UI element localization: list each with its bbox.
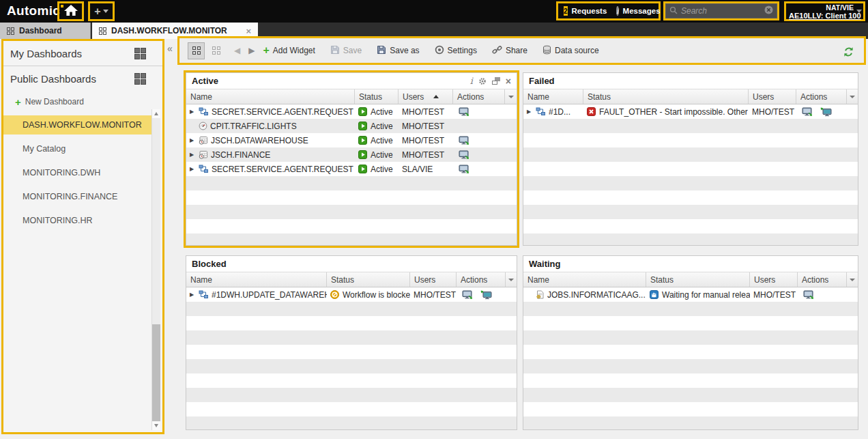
column-options-button[interactable] [505, 89, 517, 104]
sidebar-scrollbar[interactable] [151, 109, 160, 430]
my-dashboards-section[interactable]: My Dashboards [3, 41, 162, 66]
refresh-icon[interactable] [843, 46, 854, 60]
column-header-users[interactable]: Users [750, 272, 798, 287]
scrollbar-thumb[interactable] [152, 324, 160, 427]
table-row[interactable]: ▶JSCH.DATAWAREHOUSEActiveMHO/TEST [186, 133, 517, 147]
clear-search-icon[interactable] [764, 5, 773, 17]
table-row[interactable]: CPIT.TRAFFIC.LIGHTSActiveMHO/TEST [186, 119, 517, 133]
chevron-down-icon [850, 279, 855, 281]
close-tab-icon[interactable]: × [246, 26, 251, 36]
table-row[interactable]: ▶#1D...FAULT_OTHER - Start impossible. O… [523, 104, 858, 119]
new-dashboard-button[interactable]: + New Dashboard [3, 91, 162, 112]
status-active-icon [358, 107, 367, 116]
schedule-icon [199, 150, 208, 159]
search-input[interactable]: Search [665, 3, 777, 18]
chevron-down-icon [508, 279, 514, 281]
column-options-button[interactable] [847, 89, 858, 104]
sidebar-item-my-catalog[interactable]: My Catalog [3, 139, 156, 158]
open-activities-icon[interactable] [480, 290, 492, 300]
plus-icon: + [15, 97, 21, 107]
column-header-actions[interactable]: Actions [453, 89, 505, 104]
column-header-status[interactable]: Status [646, 272, 750, 287]
sidebar-item-dash-workflow-monitor[interactable]: DASH.WORKFLOW.MONITOR [3, 115, 156, 134]
column-header-name[interactable]: Name [523, 272, 646, 287]
widget-title: Active [192, 76, 470, 86]
status-text: Workflow is blocked [343, 290, 410, 300]
column-header-status[interactable]: Status [327, 272, 410, 287]
save-button[interactable]: Save [330, 45, 362, 57]
open-monitor-icon[interactable] [459, 107, 470, 117]
client-menu[interactable]: NAT/VIE AE10LLV: Client 100 [784, 1, 865, 21]
expand-icon[interactable]: ▶ [190, 152, 199, 158]
data-source-button[interactable]: Data source [542, 45, 599, 57]
column-header-users[interactable]: Users [410, 272, 457, 287]
widget-settings-icon[interactable] [478, 77, 487, 85]
column-header-users[interactable]: Users [749, 89, 796, 104]
row-spacer [505, 119, 517, 133]
layout-single-button[interactable] [207, 42, 225, 59]
new-tab-button[interactable]: + [88, 1, 115, 21]
sidebar-item-monitoring-dwh[interactable]: MONITORING.DWH [3, 163, 156, 182]
column-header-status[interactable]: Status [355, 89, 399, 104]
column-header-actions[interactable]: Actions [457, 272, 506, 287]
expand-icon[interactable]: ▶ [190, 109, 199, 115]
open-monitor-icon[interactable] [459, 165, 470, 174]
tab-dashboard[interactable]: Dashboard [0, 23, 91, 39]
dashboard-list: DASH.WORKFLOW.MONITOR My Catalog MONITOR… [3, 115, 162, 230]
expand-icon[interactable]: ▶ [190, 292, 199, 298]
column-header-users[interactable]: Users [399, 89, 453, 104]
object-name: JSCH.DATAWAREHOUSE [211, 136, 308, 145]
object-name: SECRET.SERVICE.AGENT.REQUEST [212, 165, 353, 174]
open-activities-icon[interactable] [820, 107, 832, 117]
status-active-icon [358, 136, 367, 145]
sidebar-item-monitoring-finance[interactable]: MONITORING.FINANCE [3, 187, 156, 206]
expand-icon[interactable]: ▶ [190, 166, 199, 172]
messages-button[interactable]: Messages [623, 7, 661, 15]
add-widget-button[interactable]: + Add Widget [263, 45, 315, 56]
info-icon[interactable]: i [470, 76, 473, 86]
scroll-down-icon[interactable] [152, 421, 160, 430]
scroll-up-icon[interactable] [152, 109, 160, 118]
home-button[interactable] [57, 1, 84, 21]
open-monitor-icon[interactable] [459, 150, 470, 160]
restore-icon[interactable] [492, 77, 500, 85]
column-options-button[interactable] [506, 272, 517, 287]
empty-row [523, 416, 858, 430]
empty-row [523, 373, 858, 388]
empty-row [186, 345, 517, 359]
share-button[interactable]: Share [492, 45, 527, 57]
column-header-name[interactable]: Name [186, 89, 355, 104]
column-header-name[interactable]: Name [523, 89, 583, 104]
column-header-status[interactable]: Status [583, 89, 749, 104]
column-header-actions[interactable]: Actions [798, 272, 847, 287]
previous-icon[interactable]: ◀ [234, 46, 240, 55]
save-as-button[interactable]: Save as [377, 45, 419, 57]
open-monitor-icon[interactable] [802, 107, 813, 117]
layout-grid-button[interactable] [188, 42, 205, 59]
column-header-actions[interactable]: Actions [796, 89, 847, 104]
chevron-down-icon [850, 96, 855, 98]
table-row[interactable]: ▶SECRET.SERVICE.AGENT.REQUESTActiveMHO/T… [186, 104, 517, 119]
table-row[interactable]: JOBS.INFORMATICAAG...Waiting for manual … [523, 287, 858, 302]
open-monitor-icon[interactable] [459, 136, 470, 145]
schedule-icon [199, 136, 208, 145]
public-dashboards-section[interactable]: Public Dashboards [3, 66, 162, 91]
settings-button[interactable]: Settings [435, 45, 477, 57]
sidebar-item-monitoring-hr[interactable]: MONITORING.HR [3, 211, 156, 230]
collapse-sidebar-icon[interactable]: « [167, 43, 173, 54]
column-header-name[interactable]: Name [186, 272, 327, 287]
next-icon[interactable]: ▶ [248, 46, 255, 55]
save-icon [330, 45, 340, 57]
expand-icon[interactable]: ▶ [190, 137, 199, 143]
column-options-button[interactable] [847, 272, 858, 287]
tab-label: DASH.WORKFLOW.MONITOR [111, 26, 227, 36]
open-monitor-icon[interactable] [462, 290, 474, 300]
table-row[interactable]: ▶#1DWH.UPDATE_DATAWAREH...Workflow is bl… [186, 287, 517, 302]
requests-button[interactable]: Requests [572, 7, 607, 15]
expand-icon[interactable]: ▶ [527, 109, 536, 115]
open-monitor-icon[interactable] [803, 290, 815, 300]
close-icon[interactable]: × [506, 76, 511, 87]
table-row[interactable]: ▶SECRET.SERVICE.AGENT.REQUESTActiveSLA/V… [186, 162, 517, 176]
chevron-down-icon [103, 10, 108, 13]
table-row[interactable]: ▶JSCH.FINANCEActiveMHO/TEST [186, 147, 517, 162]
